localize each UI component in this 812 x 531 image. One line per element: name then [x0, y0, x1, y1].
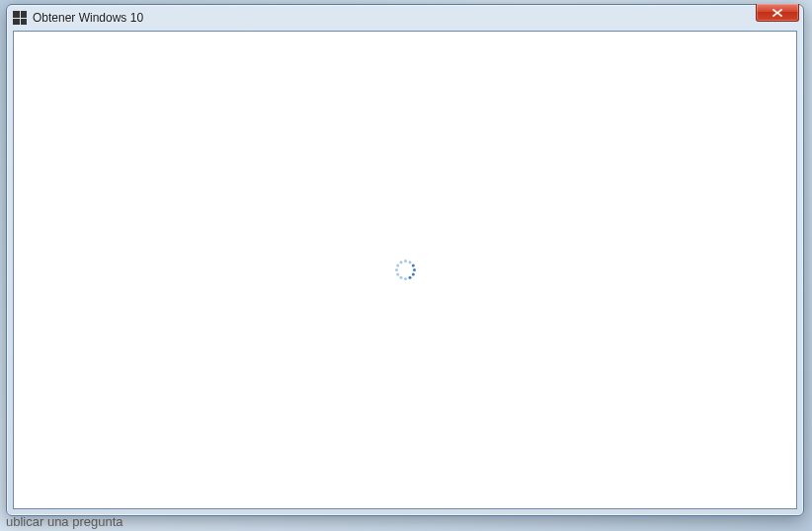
- window-title: Obtener Windows 10: [33, 11, 799, 25]
- dialog-window: Obtener Windows 10: [6, 4, 804, 516]
- windows-logo-icon: [13, 11, 27, 25]
- close-icon: [771, 8, 783, 18]
- loading-spinner-icon: [393, 259, 417, 282]
- content-area: [13, 31, 797, 509]
- close-button[interactable]: [756, 4, 799, 22]
- titlebar[interactable]: Obtener Windows 10: [7, 5, 803, 31]
- background-peek-text: ublicar una pregunta: [6, 514, 123, 529]
